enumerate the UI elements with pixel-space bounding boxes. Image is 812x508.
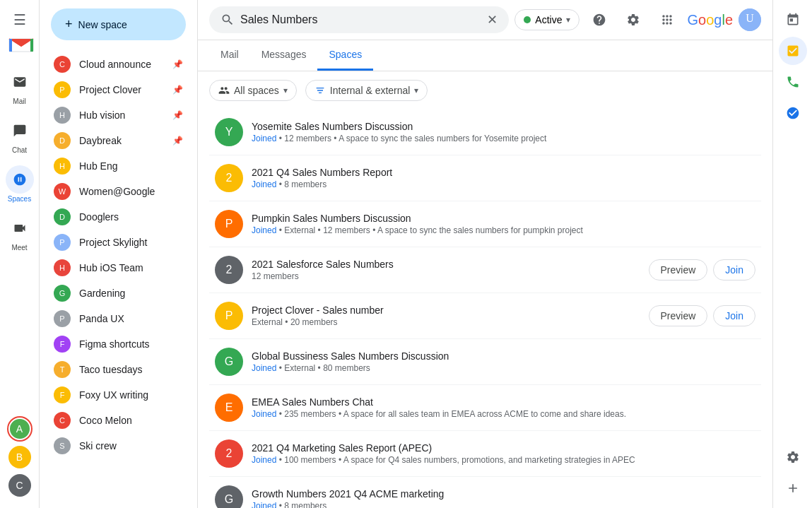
sidebar-spaces-list: C Cloud announce 📌 P Project Clover 📌 H … [40, 52, 197, 508]
google-logo: Google [687, 12, 733, 28]
sidebar-avatar-daybreak: D [54, 132, 71, 149]
filter-bar: All spaces ▾ Internal & external ▾ [198, 71, 772, 110]
space-meta-emea-chat: Joined • 235 members • A space for all s… [252, 409, 755, 419]
avatar-1[interactable]: A [8, 418, 31, 440]
join-button-project-clover-sales[interactable]: Join [713, 305, 755, 326]
space-name-project-clover-sales: Project Clover - Sales number [252, 305, 640, 316]
new-space-button[interactable]: + New space [51, 8, 186, 40]
spaces-list: Y Yosemite Sales Numbers Discussion Join… [198, 110, 772, 508]
search-icon [220, 13, 235, 27]
space-item-salesforce[interactable]: 2 2021 Salesforce Sales Numbers 12 membe… [209, 247, 761, 293]
status-label: Active [535, 14, 562, 25]
sidebar-avatar-cloud-announce: C [54, 56, 71, 73]
status-button[interactable]: Active ▾ [514, 9, 579, 30]
new-space-label: New space [78, 19, 127, 30]
nav-item-chat[interactable]: Chat [0, 111, 39, 160]
sidebar-avatar-hub-vision: H [54, 107, 71, 124]
space-info-2021q4-marketing: 2021 Q4 Marketing Sales Report (APEC) Jo… [252, 442, 755, 465]
sidebar-item-figma-shortcuts[interactable]: F Figma shortcuts [45, 331, 192, 357]
space-info-pumpkin: Pumpkin Sales Numbers Discussion Joined … [252, 213, 755, 235]
status-dot [524, 16, 531, 23]
sidebar-item-daybreak[interactable]: D Daybreak 📌 [45, 128, 192, 153]
space-item-pumpkin[interactable]: P Pumpkin Sales Numbers Discussion Joine… [209, 201, 761, 247]
space-meta-global-bussiness: Joined • External • 80 members [252, 363, 755, 373]
space-item-global-bussiness[interactable]: G Global Bussiness Sales Numbers Discuss… [209, 339, 761, 385]
space-meta-salesforce: 12 members [252, 271, 640, 281]
topbar-right: Active ▾ Google [514, 6, 761, 34]
sidebar-item-name-project-clover: Project Clover [79, 84, 164, 95]
sidebar-item-coco-melon[interactable]: C Coco Melon [45, 408, 192, 433]
avatar-3[interactable]: C [8, 474, 31, 497]
space-info-yosemite: Yosemite Sales Numbers Discussion Joined… [252, 121, 755, 143]
search-clear-button[interactable]: ✕ [487, 12, 498, 28]
svg-rect-2 [30, 39, 33, 52]
sidebar-item-name-project-skylight: Project Skylight [79, 237, 183, 248]
space-meta-pumpkin: Joined • External • 12 members • A space… [252, 225, 755, 235]
join-button-salesforce[interactable]: Join [713, 259, 755, 280]
sidebar-item-women-google[interactable]: W Women@Google [45, 179, 192, 204]
space-item-growth-numbers[interactable]: G Growth Numbers 2021 Q4 ACME marketing … [209, 477, 761, 508]
all-spaces-filter[interactable]: All spaces ▾ [209, 80, 297, 101]
tab-spaces[interactable]: Spaces [317, 40, 373, 71]
tab-mail[interactable]: Mail [209, 40, 250, 71]
sidebar-item-name-taco-tuesdays: Taco tuesdays [79, 364, 183, 375]
phone-icon-btn[interactable] [779, 68, 807, 96]
sidebar-item-hub-vision[interactable]: H Hub vision 📌 [45, 102, 192, 128]
sidebar-avatar-figma-shortcuts: F [54, 336, 71, 353]
sidebar-item-gardening[interactable]: G Gardening [45, 280, 192, 306]
gmail-logo [8, 37, 34, 54]
hamburger-menu[interactable]: ☰ [6, 6, 34, 34]
sidebar-item-project-skylight[interactable]: P Project Skylight [45, 230, 192, 255]
preview-button-project-clover-sales[interactable]: Preview [649, 305, 708, 326]
hamburger-icon: ☰ [13, 11, 26, 28]
sidebar-item-cloud-announce[interactable]: C Cloud announce 📌 [45, 52, 192, 77]
svg-rect-1 [9, 39, 12, 52]
sidebar-item-name-coco-melon: Coco Melon [79, 415, 183, 426]
space-item-2021q4-report[interactable]: 2 2021 Q4 Sales Numbers Report Joined • … [209, 155, 761, 201]
help-button[interactable] [585, 6, 613, 34]
nav-item-meet[interactable]: Meet [0, 208, 39, 257]
avatar-2[interactable]: B [8, 446, 31, 468]
app-layout: ☰ Mail [0, 0, 812, 508]
user-avatar[interactable] [739, 8, 761, 31]
sidebar-avatar-panda-ux: P [54, 310, 71, 327]
space-item-yosemite[interactable]: Y Yosemite Sales Numbers Discussion Join… [209, 110, 761, 155]
space-name-2021q4-report: 2021 Q4 Sales Numbers Report [252, 167, 755, 178]
space-item-project-clover-sales[interactable]: P Project Clover - Sales number External… [209, 293, 761, 339]
sidebar-item-hub-ios-team[interactable]: H Hub iOS Team [45, 255, 192, 280]
all-spaces-label: All spaces [234, 85, 279, 96]
new-space-plus-icon: + [65, 17, 73, 32]
right-settings-icon-btn[interactable] [779, 443, 807, 471]
sidebar-avatar-hub-ios-team: H [54, 259, 71, 276]
sidebar-item-foxy-ux-writing[interactable]: F Foxy UX writing [45, 382, 192, 408]
space-avatar-emea-chat: E [215, 394, 243, 422]
sidebar-item-dooglers[interactable]: D Dooglers [45, 204, 192, 230]
sidebar-avatar-taco-tuesdays: T [54, 361, 71, 378]
search-input[interactable] [240, 13, 481, 26]
tab-messages[interactable]: Messages [250, 40, 318, 71]
sidebar-item-name-women-google: Women@Google [79, 186, 183, 197]
sidebar-item-project-clover[interactable]: P Project Clover 📌 [45, 77, 192, 102]
joined-label: Joined [252, 134, 276, 143]
nav-item-spaces[interactable]: Spaces [0, 160, 39, 208]
right-add-icon-btn[interactable] [779, 474, 807, 502]
space-avatar-pumpkin: P [215, 210, 243, 238]
space-item-2021q4-marketing[interactable]: 2 2021 Q4 Marketing Sales Report (APEC) … [209, 431, 761, 477]
space-item-emea-chat[interactable]: E EMEA Sales Numbers Chat Joined • 235 m… [209, 385, 761, 431]
preview-button-salesforce[interactable]: Preview [649, 259, 708, 280]
sidebar-item-hub-eng[interactable]: H Hub Eng [45, 153, 192, 179]
settings-button[interactable] [619, 6, 647, 34]
sidebar-item-taco-tuesdays[interactable]: T Taco tuesdays [45, 357, 192, 382]
done-icon-btn[interactable] [779, 99, 807, 127]
apps-button[interactable] [653, 6, 681, 34]
nav-item-mail[interactable]: Mail [0, 62, 39, 111]
sidebar-item-ski-crew[interactable]: S Ski crew [45, 433, 192, 459]
space-avatar-project-clover-sales: P [215, 302, 243, 330]
sidebar-item-panda-ux[interactable]: P Panda UX [45, 306, 192, 331]
tabs-bar: Mail Messages Spaces [198, 40, 772, 71]
space-meta-2021q4-marketing: Joined • 100 members • A space for Q4 sa… [252, 455, 755, 465]
calendar-icon-btn[interactable] [779, 6, 807, 34]
internal-external-filter[interactable]: Internal & external ▾ [305, 80, 428, 101]
tasks-icon-btn[interactable] [779, 37, 807, 65]
nav-item-mail-label: Mail [13, 98, 25, 105]
